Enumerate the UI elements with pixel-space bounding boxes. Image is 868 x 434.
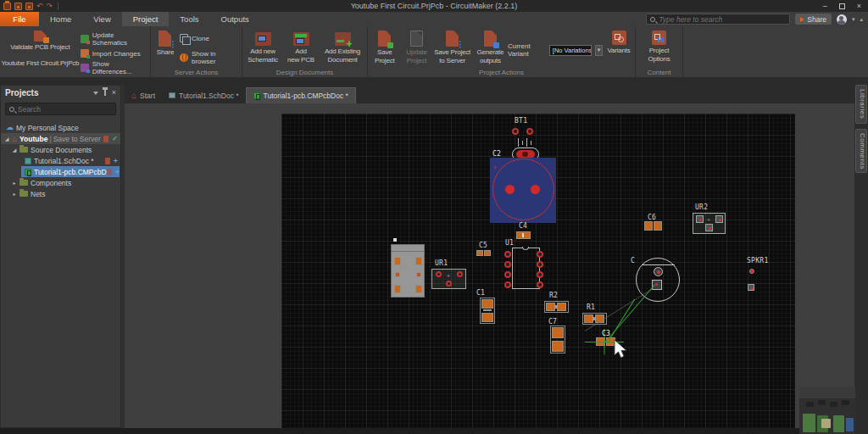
update-project-icon: [410, 31, 423, 47]
schdoc-label: Tutorial1.SchDoc *: [34, 157, 94, 165]
pad: [552, 341, 564, 352]
save-project-button[interactable]: Save Project: [368, 29, 402, 68]
tree-item-components[interactable]: ▸ Components: [1, 177, 120, 188]
update-schematics-button[interactable]: Update Schematics: [81, 31, 150, 47]
tab-start[interactable]: ⌂ Start: [125, 87, 162, 103]
add-new-schematic-button[interactable]: Add new Schematic: [242, 29, 283, 68]
group-caption-design-documents: Design Documents: [242, 68, 367, 77]
battery-pad-slot: [522, 152, 528, 157]
tree-item-schdoc[interactable]: Tutorial1.SchDoc * +: [1, 155, 120, 166]
variants-icon: [612, 31, 626, 45]
refdes-spkr1: SPKR1: [747, 257, 769, 264]
generate-outputs-button[interactable]: Generate outputs: [473, 29, 508, 68]
panel-menu-icon[interactable]: [93, 92, 98, 95]
user-avatar[interactable]: [837, 14, 847, 25]
search-input[interactable]: [659, 15, 786, 24]
components-label: Components: [31, 179, 71, 187]
close-button[interactable]: ×: [857, 2, 861, 10]
tab-pcbdoc-active[interactable]: Tutorial1-pcb.CMPcbDoc *: [246, 87, 356, 103]
add-existing-document-button[interactable]: + Add Existing Document: [319, 29, 366, 68]
pcb-editor-workspace[interactable]: BT1 C2 + C4: [125, 103, 854, 428]
expander-icon[interactable]: ◢: [4, 136, 9, 142]
tab-libraries[interactable]: Libraries: [855, 85, 867, 124]
new-on-server-icon: +: [114, 158, 118, 164]
ratsnest-line: [607, 299, 636, 344]
variants-button[interactable]: Variants: [603, 29, 635, 68]
projects-panel-title: Projects: [5, 88, 38, 97]
tab-project[interactable]: Project: [122, 12, 170, 26]
tab-view[interactable]: View: [82, 12, 121, 26]
projects-search-input[interactable]: [18, 105, 112, 114]
schematic-doc-icon: [25, 158, 31, 164]
expander-icon[interactable]: ◢: [12, 147, 17, 153]
tree-item-pcbdoc-selected[interactable]: Tutorial1-pcb.CMPcbD +: [1, 166, 120, 177]
clone-button[interactable]: Clone: [180, 34, 242, 42]
add-new-pcb-button[interactable]: Add new PCB: [283, 29, 319, 68]
pad: [504, 251, 511, 258]
pad: [394, 257, 401, 265]
tree-item-nets[interactable]: ▸ Nets: [1, 188, 120, 199]
avatar-caret-icon[interactable]: ▾: [852, 16, 855, 23]
pad: [476, 250, 483, 256]
import-changes-button[interactable]: Import Changes: [81, 49, 150, 58]
project-tree: ☁ My Personal Space ◢ ⌂ Youtube|Save to …: [1, 122, 120, 199]
variants-label: Variants: [608, 47, 631, 55]
refdes-c4: C4: [519, 222, 527, 230]
folder-icon: [19, 180, 28, 186]
origin-cross: +: [707, 218, 710, 223]
project-options-button[interactable]: Project Options: [638, 29, 681, 68]
tree-item-project-youtube[interactable]: ◢ ⌂ Youtube|Save to Server ✓: [1, 133, 120, 144]
ribbon-group-design-documents: Add new Schematic Add new PCB + Add Exis…: [242, 26, 368, 77]
save-project-to-server-button[interactable]: Save Project to Server: [432, 29, 473, 68]
cloud-icon: ☁: [6, 124, 14, 131]
save-to-server-icon: [446, 31, 459, 47]
pending-doc-icon: [107, 169, 112, 175]
main-area: Projects × ☁ My Personal Space ◢ ⌂ Youtu…: [0, 78, 868, 434]
pcb-doc-icon: [25, 169, 31, 175]
pad-divider: [593, 317, 596, 320]
tab-outputs[interactable]: Outputs: [210, 12, 260, 26]
video-key-shape: [806, 402, 814, 407]
tab-tools[interactable]: Tools: [169, 12, 209, 26]
clone-icon: [180, 34, 188, 42]
variant-dropdown-button[interactable]: ▼: [595, 45, 604, 56]
pad: [457, 271, 463, 277]
tab-schdoc[interactable]: Tutorial1.SchDoc *: [162, 87, 246, 103]
refdes-ur2: UR2: [695, 203, 708, 211]
video-pcb-green: [833, 415, 844, 432]
tree-item-source-documents[interactable]: ◢ Source Documents: [1, 144, 120, 155]
panel-close-icon[interactable]: ×: [112, 89, 116, 97]
restore-button[interactable]: [839, 3, 845, 9]
personal-space-label: My Personal Space: [16, 124, 79, 132]
collapse-ribbon-icon[interactable]: ▴: [860, 16, 863, 23]
pad: [715, 215, 723, 223]
variant-select[interactable]: [No Variations]: [549, 45, 592, 56]
share-button[interactable]: Share: [795, 14, 832, 25]
transistor-flat-edge: [642, 264, 675, 265]
projects-search[interactable]: [5, 103, 116, 115]
generate-outputs-icon: [484, 31, 497, 47]
minimize-button[interactable]: –: [823, 2, 827, 10]
expander-icon[interactable]: ▸: [12, 180, 17, 186]
tab-file[interactable]: File: [0, 12, 39, 26]
expander-icon[interactable]: ▸: [12, 191, 17, 197]
show-differences-button[interactable]: Show Differences...: [81, 60, 150, 75]
tab-home[interactable]: Home: [39, 12, 82, 26]
group-caption-project-actions: Project Actions: [368, 68, 635, 77]
pin-icon[interactable]: [104, 90, 106, 96]
pad: [749, 269, 754, 274]
refdes-ur1: UR1: [435, 259, 448, 267]
validate-pcb-project-button[interactable]: Validate PCB Project Youtube First Circu…: [0, 29, 81, 68]
validate-label-line2: Youtube First Circuit.PrjPcb: [1, 59, 79, 67]
share-project-button[interactable]: Share: [151, 29, 180, 68]
source-documents-label: Source Documents: [31, 146, 92, 154]
show-in-browser-button[interactable]: Show in browser: [180, 50, 242, 65]
refdes-c6: C6: [648, 214, 656, 221]
tab-comments[interactable]: Comments: [855, 129, 867, 173]
save-project-icon: [378, 31, 391, 47]
video-chip-tan: [821, 419, 831, 428]
tree-item-personal-space[interactable]: ☁ My Personal Space: [1, 122, 120, 133]
projects-panel: Projects × ☁ My Personal Space ◢ ⌂ Youtu…: [0, 85, 121, 428]
pcb-board-canvas[interactable]: BT1 C2 + C4: [281, 114, 795, 428]
global-search[interactable]: [646, 14, 790, 25]
